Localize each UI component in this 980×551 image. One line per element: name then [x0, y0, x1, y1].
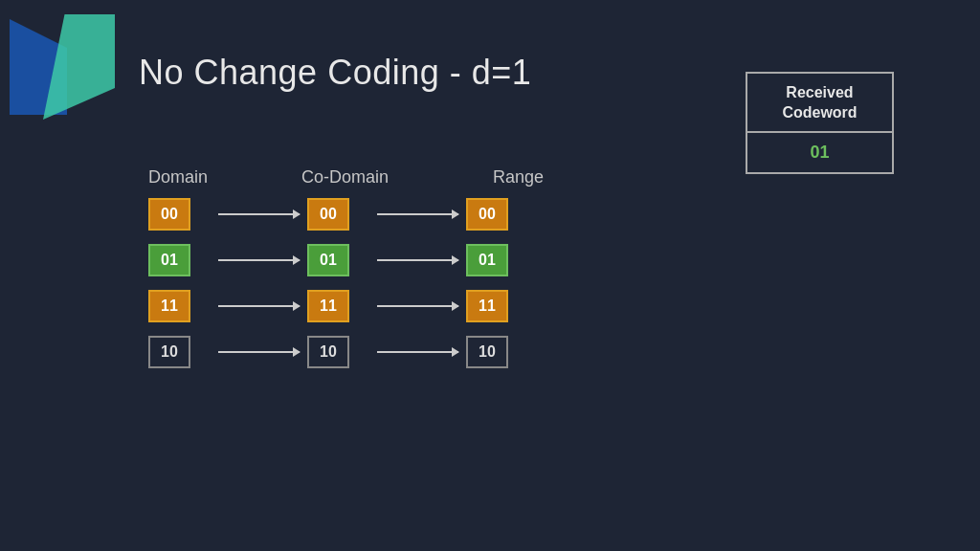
arrow-codomain-to-range [377, 213, 458, 215]
codomain-col: 10 [307, 336, 369, 368]
range-header: Range [493, 167, 608, 187]
codomain-header: Co-Domain [301, 167, 493, 187]
codomain-cell: 10 [307, 336, 349, 368]
table-row: 10 10 10 [148, 335, 656, 369]
arrow-codomain-to-range [377, 305, 458, 307]
range-col: 10 [466, 336, 528, 368]
table-row: 01 01 01 [148, 243, 656, 277]
arrow-codomain-to-range [377, 259, 458, 261]
column-headers: Domain Co-Domain Range [148, 167, 656, 187]
range-cell: 00 [466, 198, 508, 231]
page-title: No Change Coding - d=1 [139, 53, 531, 93]
domain-cell: 01 [148, 244, 190, 276]
codomain-col: 11 [307, 290, 369, 322]
codomain-cell: 11 [307, 290, 349, 322]
domain-col: 00 [148, 198, 211, 231]
mapping-rows: 00 00 00 01 01 01 11 11 11 [148, 197, 656, 369]
range-cell: 01 [466, 244, 508, 276]
logo-teal-shape [43, 14, 115, 120]
codomain-col: 01 [307, 244, 369, 276]
range-col: 11 [466, 290, 528, 322]
domain-cell: 00 [148, 198, 190, 231]
received-codeword-header: ReceivedCodeword [747, 74, 892, 133]
range-cell: 10 [466, 336, 508, 368]
table-row: 11 11 11 [148, 289, 656, 323]
logo [0, 0, 124, 143]
arrow-domain-to-codomain [218, 305, 300, 307]
domain-col: 10 [148, 336, 211, 368]
arrow-codomain-to-range [377, 351, 458, 353]
arrow-domain-to-codomain [218, 259, 300, 261]
arrow-domain-to-codomain [218, 351, 300, 353]
domain-col: 01 [148, 244, 211, 276]
domain-header: Domain [148, 167, 301, 187]
domain-cell: 11 [148, 290, 190, 322]
arrow-domain-to-codomain [218, 213, 300, 215]
codomain-col: 00 [307, 198, 369, 231]
received-codeword-box: ReceivedCodeword 01 [746, 72, 894, 174]
domain-col: 11 [148, 290, 211, 322]
range-col: 00 [466, 198, 528, 231]
codomain-cell: 01 [307, 244, 349, 276]
table-row: 00 00 00 [148, 197, 656, 231]
mapping-diagram: Domain Co-Domain Range 00 00 00 01 01 01 [148, 167, 656, 381]
range-cell: 11 [466, 290, 508, 322]
received-codeword-value: 01 [747, 133, 892, 172]
domain-cell: 10 [148, 336, 190, 368]
codomain-cell: 00 [307, 198, 349, 231]
range-col: 01 [466, 244, 528, 276]
